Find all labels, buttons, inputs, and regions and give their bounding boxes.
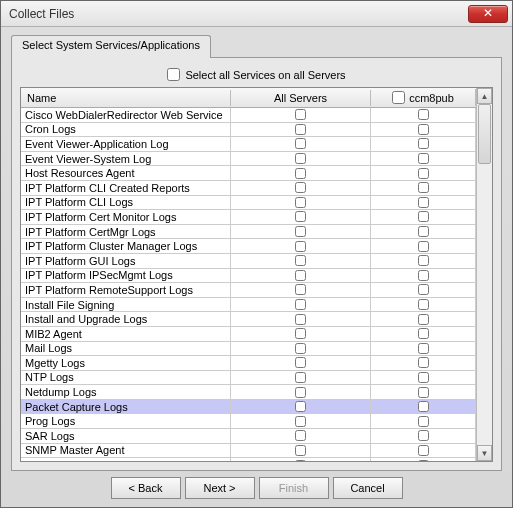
table-row[interactable]: Mail Logs xyxy=(21,342,476,357)
node-checkbox[interactable] xyxy=(418,299,429,310)
cell-all-servers xyxy=(231,458,371,461)
table-row[interactable]: Event Viewer-Application Log xyxy=(21,137,476,152)
back-button[interactable]: < Back xyxy=(111,477,181,499)
table-row[interactable]: Packet Capture Logs xyxy=(21,400,476,415)
node-checkbox[interactable] xyxy=(418,328,429,339)
all-servers-checkbox[interactable] xyxy=(295,328,306,339)
table-row[interactable]: Netdump Logs xyxy=(21,385,476,400)
cell-all-servers xyxy=(231,225,371,239)
table-row[interactable]: IPT Platform GUI Logs xyxy=(21,254,476,269)
cell-all-servers xyxy=(231,283,371,297)
node-header-checkbox[interactable] xyxy=(392,91,405,104)
table-row[interactable]: IPT Platform Cert Monitor Logs xyxy=(21,210,476,225)
node-checkbox[interactable] xyxy=(418,197,429,208)
node-checkbox[interactable] xyxy=(418,168,429,179)
all-servers-checkbox[interactable] xyxy=(295,430,306,441)
node-checkbox[interactable] xyxy=(418,387,429,398)
all-servers-checkbox[interactable] xyxy=(295,182,306,193)
node-checkbox[interactable] xyxy=(418,372,429,383)
all-servers-checkbox[interactable] xyxy=(295,416,306,427)
node-checkbox[interactable] xyxy=(418,109,429,120)
all-servers-checkbox[interactable] xyxy=(295,401,306,412)
all-servers-checkbox[interactable] xyxy=(295,270,306,281)
all-servers-checkbox[interactable] xyxy=(295,138,306,149)
table-row[interactable]: IPT Platform CertMgr Logs xyxy=(21,225,476,240)
node-checkbox[interactable] xyxy=(418,284,429,295)
cell-all-servers xyxy=(231,356,371,370)
table-row[interactable]: SAR Logs xyxy=(21,429,476,444)
cell-all-servers xyxy=(231,342,371,356)
node-checkbox[interactable] xyxy=(418,314,429,325)
close-button[interactable]: ✕ xyxy=(468,5,508,23)
cell-node xyxy=(371,458,476,461)
node-checkbox[interactable] xyxy=(418,211,429,222)
table-row[interactable]: Cisco WebDialerRedirector Web Service xyxy=(21,108,476,123)
node-checkbox[interactable] xyxy=(418,401,429,412)
node-checkbox[interactable] xyxy=(418,357,429,368)
all-servers-checkbox[interactable] xyxy=(295,284,306,295)
node-checkbox[interactable] xyxy=(418,255,429,266)
all-servers-checkbox[interactable] xyxy=(295,460,306,461)
node-checkbox[interactable] xyxy=(418,416,429,427)
cell-node xyxy=(371,414,476,428)
all-servers-checkbox[interactable] xyxy=(295,211,306,222)
scroll-down-button[interactable]: ▼ xyxy=(477,445,492,461)
table-row[interactable]: Cron Logs xyxy=(21,123,476,138)
table-row[interactable]: MIB2 Agent xyxy=(21,327,476,342)
node-checkbox[interactable] xyxy=(418,153,429,164)
all-servers-checkbox[interactable] xyxy=(295,226,306,237)
next-button[interactable]: Next > xyxy=(185,477,255,499)
tab-select-services[interactable]: Select System Services/Applications xyxy=(11,35,211,58)
table-row[interactable]: IPT Platform CLI Logs xyxy=(21,196,476,211)
column-header-name[interactable]: Name xyxy=(21,90,231,106)
all-servers-checkbox[interactable] xyxy=(295,124,306,135)
column-header-all-servers[interactable]: All Servers xyxy=(231,90,371,106)
node-checkbox[interactable] xyxy=(418,138,429,149)
all-servers-checkbox[interactable] xyxy=(295,197,306,208)
cell-name: IPT Platform Cluster Manager Logs xyxy=(21,239,231,253)
all-servers-checkbox[interactable] xyxy=(295,357,306,368)
cell-node xyxy=(371,225,476,239)
table-row[interactable]: IPT Platform IPSecMgmt Logs xyxy=(21,269,476,284)
table-row[interactable]: NTP Logs xyxy=(21,371,476,386)
all-servers-checkbox[interactable] xyxy=(295,343,306,354)
node-checkbox[interactable] xyxy=(418,226,429,237)
finish-button[interactable]: Finish xyxy=(259,477,329,499)
all-servers-checkbox[interactable] xyxy=(295,255,306,266)
table-row[interactable]: Install File Signing xyxy=(21,298,476,313)
column-header-node[interactable]: ccm8pub xyxy=(371,89,476,106)
cancel-button[interactable]: Cancel xyxy=(333,477,403,499)
all-servers-checkbox[interactable] xyxy=(295,241,306,252)
scroll-thumb[interactable] xyxy=(478,104,491,164)
all-servers-checkbox[interactable] xyxy=(295,168,306,179)
all-servers-checkbox[interactable] xyxy=(295,109,306,120)
node-checkbox[interactable] xyxy=(418,270,429,281)
all-servers-checkbox[interactable] xyxy=(295,372,306,383)
node-checkbox[interactable] xyxy=(418,241,429,252)
select-all-checkbox[interactable] xyxy=(167,68,180,81)
table-row[interactable]: IPT Platform RemoteSupport Logs xyxy=(21,283,476,298)
table-row[interactable]: SNMP Master Agent xyxy=(21,444,476,459)
table-row[interactable]: Host Resources Agent xyxy=(21,166,476,181)
table-row[interactable]: Mgetty Logs xyxy=(21,356,476,371)
vertical-scrollbar[interactable]: ▲ ▼ xyxy=(476,88,492,461)
node-checkbox[interactable] xyxy=(418,430,429,441)
scroll-track[interactable] xyxy=(477,104,492,445)
table-row[interactable]: IPT Platform Cluster Manager Logs xyxy=(21,239,476,254)
all-servers-checkbox[interactable] xyxy=(295,387,306,398)
all-servers-checkbox[interactable] xyxy=(295,314,306,325)
node-checkbox[interactable] xyxy=(418,460,429,461)
node-checkbox[interactable] xyxy=(418,445,429,456)
node-checkbox[interactable] xyxy=(418,182,429,193)
node-checkbox[interactable] xyxy=(418,124,429,135)
table-row[interactable]: Event Viewer-System Log xyxy=(21,152,476,167)
all-servers-checkbox[interactable] xyxy=(295,299,306,310)
all-servers-checkbox[interactable] xyxy=(295,153,306,164)
table-row[interactable]: Prog Logs xyxy=(21,414,476,429)
table-row[interactable]: Security Logs xyxy=(21,458,476,461)
table-row[interactable]: IPT Platform CLI Created Reports xyxy=(21,181,476,196)
all-servers-checkbox[interactable] xyxy=(295,445,306,456)
scroll-up-button[interactable]: ▲ xyxy=(477,88,492,104)
node-checkbox[interactable] xyxy=(418,343,429,354)
table-row[interactable]: Install and Upgrade Logs xyxy=(21,312,476,327)
